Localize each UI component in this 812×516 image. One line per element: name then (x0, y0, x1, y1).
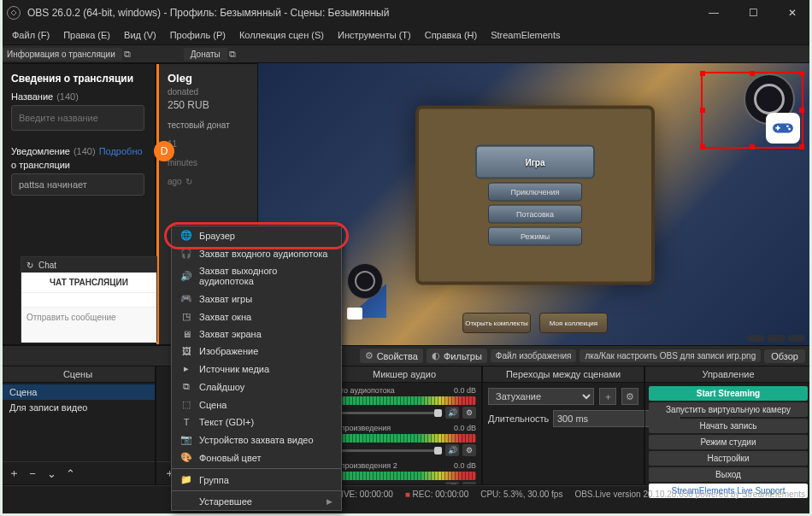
settings-button[interactable]: Настройки (649, 451, 808, 466)
channel-settings-icon[interactable]: ⚙ (462, 482, 476, 484)
palette-icon: 🎨 (180, 452, 192, 463)
remove-scene-button[interactable]: − (25, 466, 40, 481)
globe-icon: 🌐 (180, 230, 192, 241)
play-icon: ▸ (180, 363, 192, 374)
src-scene[interactable]: ⬚Сцена (172, 396, 341, 413)
maximize-button[interactable]: ☐ (733, 0, 773, 26)
transitions-panel: Переходы между сценами Затухание ＋ ⚙ Дли… (482, 366, 644, 485)
properties-button[interactable]: ⚙Свойства (360, 349, 423, 363)
chevron-right-icon: ▶ (327, 497, 332, 506)
volume-slider[interactable] (332, 449, 442, 452)
file-image-label: Файл изображения (491, 349, 577, 362)
chat-tab[interactable]: Chat (38, 261, 56, 270)
svg-rect-4 (777, 126, 779, 130)
menu-scene-collection[interactable]: Коллекция сцен (S) (234, 28, 329, 42)
src-slideshow[interactable]: ⧉Слайдшоу (172, 378, 341, 396)
transitions-header: Переходы между сценами (483, 366, 644, 383)
donation-time-unit: minutes (168, 157, 197, 169)
src-audio-out[interactable]: 🔊Захват выходного аудиопотока (172, 262, 341, 290)
game-modes-button: Режимы (488, 227, 582, 246)
transition-select[interactable]: Затухание (488, 388, 594, 405)
notify-count: (140) (74, 146, 96, 156)
notify-more-link[interactable]: Подробно (99, 146, 143, 156)
svg-point-2 (788, 128, 791, 131)
mixer-channel: оспроизведения0.0 dB 🔊⚙ (332, 424, 476, 456)
overlay-gamepad-icon (766, 113, 800, 144)
channel-settings-icon[interactable]: ⚙ (462, 407, 476, 419)
menu-view[interactable]: Вид (V) (119, 28, 162, 42)
scenes-header: Сцены (1, 366, 155, 383)
volume-slider[interactable] (332, 412, 442, 414)
overlay-obs-small-icon (347, 263, 383, 299)
menu-tools[interactable]: Инструменты (T) (332, 28, 416, 42)
audio-mixer-panel: Микшер аудио ного аудиопотока0.0 dB 🔊⚙ о… (327, 366, 482, 485)
close-button[interactable]: ✕ (773, 0, 812, 26)
minimize-button[interactable]: — (694, 0, 733, 26)
chat-refresh-icon[interactable]: ↻ (26, 261, 33, 270)
scene-icon: ⬚ (180, 399, 192, 410)
mute-icon[interactable]: 🔊 (445, 407, 459, 419)
mute-icon[interactable]: 🔊 (445, 444, 459, 456)
browse-button[interactable]: Обзор (764, 349, 805, 363)
menu-edit[interactable]: Правка (E) (58, 28, 115, 42)
gear-icon: ⚙ (365, 350, 374, 361)
menu-help[interactable]: Справка (H) (420, 28, 482, 42)
start-recording-button[interactable]: Начать запись (649, 419, 808, 433)
donor-name: Oleg (168, 71, 249, 86)
virtual-camera-button[interactable]: Запустить виртуальную камеру (649, 402, 808, 417)
src-media[interactable]: ▸Источник медиа (172, 360, 341, 378)
file-path: лка/Как настроить OBS для записи игр.png (580, 349, 761, 362)
add-scene-button[interactable]: ＋ (6, 466, 21, 481)
mute-icon[interactable]: 🔊 (445, 482, 459, 484)
studio-mode-button[interactable]: Режим студии (649, 435, 808, 449)
src-color[interactable]: 🎨Фоновый цвет (172, 449, 341, 466)
src-video-capture[interactable]: 📷Устройство захвата видео (172, 431, 341, 449)
preview-indicators (747, 335, 805, 342)
donation-alerts-icon: D (154, 141, 174, 161)
scene-down-button[interactable]: ⌄ (44, 466, 59, 481)
src-window-capture[interactable]: ◳Захват окна (172, 308, 341, 325)
menu-profile[interactable]: Профиль (P) (165, 28, 231, 42)
chat-title: ЧАТ ТРАНСЛЯЦИИ (21, 273, 156, 293)
menu-file[interactable]: Файл (F) (7, 28, 55, 42)
channel-settings-icon[interactable]: ⚙ (462, 444, 476, 456)
start-streaming-button[interactable]: Start Streaming (649, 386, 808, 401)
mixer-channel: ного аудиопотока0.0 dB 🔊⚙ (332, 386, 476, 419)
exit-button[interactable]: Выход (649, 467, 808, 482)
src-image[interactable]: 🖼Изображение (172, 343, 341, 360)
src-group[interactable]: 📁Группа (172, 471, 341, 489)
slideshow-icon: ⧉ (180, 381, 192, 392)
src-display-capture[interactable]: 🖥Захват экрана (172, 325, 341, 343)
game-open-packs: Открыть комплекты (462, 313, 531, 333)
controls-panel: Управление Start Streaming Запустить вир… (644, 366, 812, 485)
src-text[interactable]: TТекст (GDI+) (172, 413, 341, 431)
scenes-panel: Сцены Сцена Для записи видео ＋ − ⌄ ⌃ (0, 366, 156, 485)
scene-item[interactable]: Сцена (1, 384, 155, 400)
chat-compose[interactable]: Отправить сообщение (21, 307, 156, 343)
tab-donations[interactable]: Донаты (184, 48, 227, 61)
src-deprecated[interactable]: Устаревшее▶ (172, 493, 341, 510)
image-icon: 🖼 (180, 346, 192, 356)
stream-info-heading: Сведения о трансляции (11, 73, 144, 85)
controls-header: Управление (645, 366, 811, 383)
popout-icon[interactable]: ⧉ (227, 49, 238, 59)
src-game-capture[interactable]: 🎮Захват игры (172, 290, 341, 308)
speaker-icon: 🔊 (180, 271, 192, 282)
filters-button[interactable]: ◐Фильтры (427, 349, 487, 363)
notify-label: Уведомление (11, 146, 70, 156)
text-icon: T (180, 417, 192, 427)
tab-stream-info[interactable]: Информация о трансляции (0, 48, 122, 61)
stream-name-input[interactable] (11, 105, 144, 131)
game-play-button: Игра (475, 145, 595, 179)
donor-action: donated (168, 86, 249, 98)
scene-item[interactable]: Для записи видео (1, 400, 155, 415)
refresh-icon[interactable]: ↻ (185, 176, 192, 188)
src-audio-in[interactable]: 🎧Захват входного аудиопотока (172, 244, 341, 262)
transition-settings-button[interactable]: ⚙ (621, 388, 638, 405)
src-browser[interactable]: 🌐Браузер (172, 226, 341, 244)
live-time: LIVE: 00:00:00 (337, 490, 393, 499)
transition-add-button[interactable]: ＋ (599, 388, 616, 405)
popout-icon[interactable]: ⧉ (122, 49, 132, 59)
scene-up-button[interactable]: ⌃ (62, 466, 78, 481)
menu-streamelements[interactable]: StreamElements (485, 28, 565, 42)
